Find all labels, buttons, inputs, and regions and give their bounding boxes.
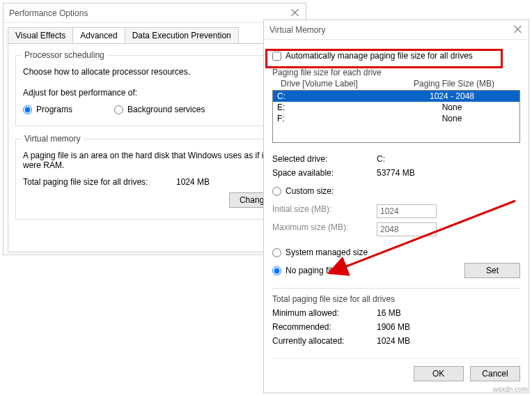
virtual-memory-group: Virtual memory A paging file is an area … (15, 139, 294, 220)
max-size-input[interactable] (377, 222, 437, 236)
total-value: 1024 MB (176, 177, 210, 187)
drive-row[interactable]: F: None (273, 113, 519, 124)
tab-visual-effects[interactable]: Visual Effects (8, 27, 73, 43)
radio-no-paging-input[interactable] (272, 266, 281, 275)
col-size: Paging File Size (MB) (392, 79, 516, 89)
drive-list-header: Drive [Volume Label] Paging File Size (M… (272, 77, 520, 90)
radio-custom-label: Custom size: (285, 186, 334, 196)
drive-size: None (389, 114, 515, 123)
drive-letter: F: (277, 114, 389, 123)
ok-button[interactable]: OK (414, 366, 464, 381)
min-label: Minimum allowed: (272, 308, 377, 318)
initial-size-input[interactable] (377, 204, 437, 218)
close-icon[interactable] (290, 8, 300, 18)
auto-manage-label: Automatically manage paging file size fo… (285, 51, 473, 61)
radio-background-label: Background services (127, 105, 205, 114)
total-label: Total paging file size for all drives: (23, 177, 176, 187)
radio-no-paging-label: No paging file (285, 266, 336, 275)
drive-row[interactable]: E: None (273, 102, 519, 113)
drive-list[interactable]: C: 1024 - 2048 E: None F: None (272, 90, 520, 143)
radio-programs[interactable]: Programs (23, 105, 72, 114)
radio-system-input[interactable] (272, 248, 281, 257)
rec-value: 1906 MB (377, 322, 410, 332)
col-drive: Drive [Volume Label] (281, 79, 392, 89)
adjust-label: Adjust for best performance of: (23, 88, 286, 98)
drive-letter: E: (277, 102, 389, 112)
auto-manage-input[interactable] (272, 52, 281, 61)
total-group-title: Total paging file size for all drives (272, 294, 520, 304)
radio-system-managed[interactable]: System managed size (272, 247, 368, 257)
radio-programs-input[interactable] (23, 105, 32, 114)
watermark: wsxdn.com (493, 386, 528, 393)
cancel-button[interactable]: Cancel (470, 366, 520, 381)
space-label: Space available: (272, 168, 377, 178)
drive-size: 1024 - 2048 (389, 91, 515, 101)
window-title: Virtual Memory (269, 25, 513, 35)
drive-row[interactable]: C: 1024 - 2048 (273, 91, 519, 102)
cur-label: Currently allocated: (272, 336, 377, 346)
radio-background[interactable]: Background services (114, 105, 205, 114)
selected-drive-value: C: (377, 154, 385, 164)
group-title: Virtual memory (22, 134, 83, 144)
min-value: 16 MB (377, 308, 401, 318)
initial-size-label: Initial size (MB): (272, 204, 377, 218)
performance-options-window: Performance Options Visual Effects Advan… (3, 3, 306, 255)
radio-system-label: System managed size (285, 247, 368, 257)
titlebar: Performance Options (3, 3, 306, 23)
group-title: Processor scheduling (22, 50, 107, 60)
processor-scheduling-group: Processor scheduling Choose how to alloc… (15, 55, 294, 126)
proc-desc: Choose how to allocate processor resourc… (23, 67, 286, 77)
tab-panel: Processor scheduling Choose how to alloc… (8, 43, 302, 252)
selected-drive-label: Selected drive: (272, 154, 377, 164)
radio-custom-size[interactable]: Custom size: (272, 186, 334, 196)
tab-advanced[interactable]: Advanced (72, 27, 125, 43)
virtual-memory-window: Virtual Memory Automatically manage pagi… (263, 20, 529, 393)
auto-manage-checkbox[interactable]: Automatically manage paging file size fo… (272, 51, 520, 61)
radio-background-input[interactable] (114, 105, 123, 114)
rec-label: Recommended: (272, 322, 377, 332)
total-group: Total paging file size for all drives Mi… (272, 288, 520, 346)
space-value: 53774 MB (377, 168, 415, 178)
cur-value: 1024 MB (377, 336, 410, 346)
radio-programs-label: Programs (36, 105, 72, 114)
close-icon[interactable] (513, 25, 523, 35)
max-size-label: Maximum size (MB): (272, 222, 377, 236)
drive-letter: C: (277, 91, 389, 101)
titlebar: Virtual Memory (264, 20, 529, 40)
tab-dep[interactable]: Data Execution Prevention (125, 27, 239, 43)
radio-custom-input[interactable] (272, 187, 281, 196)
radio-no-paging[interactable]: No paging file (272, 266, 336, 275)
vm-desc: A paging file is an area on the hard dis… (23, 151, 286, 170)
drive-size: None (389, 102, 515, 112)
window-title: Performance Options (9, 8, 290, 18)
tabs: Visual Effects Advanced Data Execution P… (8, 27, 302, 43)
set-button[interactable]: Set (464, 263, 520, 278)
drive-group-title: Paging file size for each drive (272, 68, 520, 77)
